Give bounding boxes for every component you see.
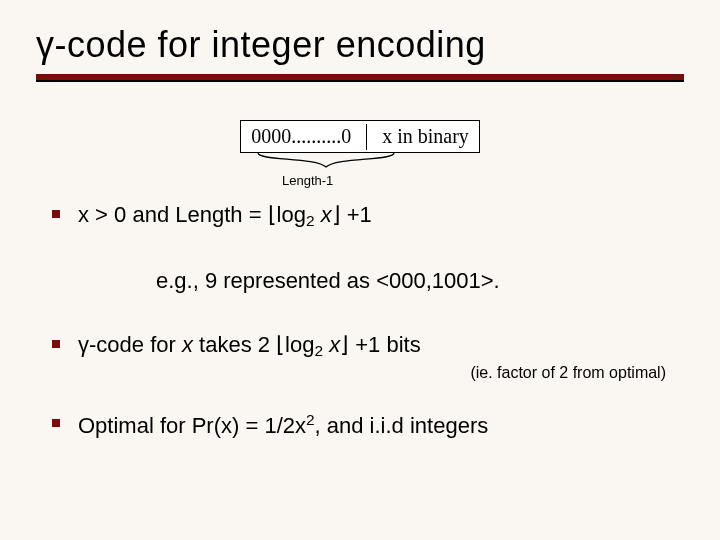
bullet-length-formula: x > 0 and Length = ⌊log2 x⌋ +1 <box>36 201 684 231</box>
bullet-icon <box>52 210 60 218</box>
bullet-icon <box>52 340 60 348</box>
text-prefix: x > 0 and Length = <box>78 202 268 227</box>
encoding-table: 0000..........0 x in binary <box>240 120 480 153</box>
aside-note: (ie. factor of 2 from optimal) <box>36 363 684 384</box>
floor-open: ⌊ <box>268 202 277 227</box>
zeros-cell: 0000..........0 <box>241 121 361 152</box>
cell-separator <box>366 124 367 150</box>
bullet-icon <box>52 419 60 427</box>
example-line: e.g., 9 represented as <000,1001>. <box>156 267 684 296</box>
binary-cell: x in binary <box>372 121 479 152</box>
var-x: x <box>315 202 332 227</box>
text-suffix: +1 bits <box>349 332 421 357</box>
slide: γ-code for integer encoding 0000........… <box>0 0 720 540</box>
var-x2: x <box>323 332 340 357</box>
bullet-optimal: Optimal for Pr(x) = 1/2x2, and i.i.d int… <box>36 410 684 440</box>
title-rule <box>36 74 684 82</box>
optimal-text: Optimal for Pr(x) = 1/2x2, and i.i.d int… <box>78 413 488 438</box>
brace-icon <box>256 151 396 169</box>
bullet-list: x > 0 and Length = ⌊log2 x⌋ +1 e.g., 9 r… <box>36 201 684 440</box>
text-mid: takes 2 <box>193 332 276 357</box>
brace-annotation: Length-1 <box>36 151 684 193</box>
floor-close: ⌋ <box>332 202 341 227</box>
text-prefix: γ-code for <box>78 332 182 357</box>
encoding-diagram: 0000..........0 x in binary Length-1 <box>36 120 684 193</box>
log-text: log <box>277 202 306 227</box>
bullet-bits-formula: γ-code for x takes 2 ⌊log2 x⌋ +1 bits <box>36 331 684 361</box>
floor-close: ⌋ <box>340 332 349 357</box>
slide-title: γ-code for integer encoding <box>36 24 684 66</box>
log-sub: 2 <box>314 342 323 359</box>
log-text: log <box>285 332 314 357</box>
text-suffix: +1 <box>341 202 372 227</box>
log-sub: 2 <box>306 212 315 229</box>
floor-open: ⌊ <box>276 332 285 357</box>
var-x: x <box>182 332 193 357</box>
brace-label: Length-1 <box>282 173 333 188</box>
